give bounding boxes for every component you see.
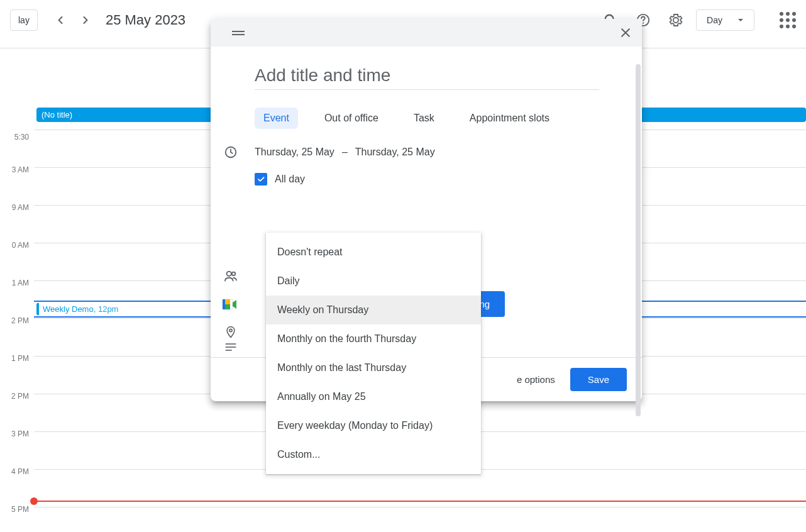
- svg-point-13: [229, 329, 232, 331]
- guests-icon: [223, 269, 238, 284]
- time-label: 5 PM: [11, 505, 29, 514]
- tab-out-of-office[interactable]: Out of office: [316, 108, 387, 129]
- allday-checkbox[interactable]: [255, 173, 267, 186]
- event-title: Weekly Demo: [43, 304, 94, 314]
- clock-icon: [223, 145, 238, 160]
- dropdown-icon: [737, 17, 744, 23]
- chevron-right-icon: [79, 14, 92, 26]
- current-date: 25 May 2023: [106, 12, 185, 28]
- settings-button[interactable]: [663, 8, 688, 33]
- next-button[interactable]: [73, 8, 98, 33]
- start-date[interactable]: Thursday, 25 May: [255, 147, 334, 158]
- prev-button[interactable]: [48, 8, 73, 33]
- svg-rect-11: [225, 299, 230, 304]
- repeat-option-weekdays[interactable]: Every weekday (Monday to Friday): [266, 411, 481, 440]
- view-label: Day: [707, 15, 722, 25]
- repeat-option-daily[interactable]: Daily: [266, 267, 481, 296]
- end-date[interactable]: Thursday, 25 May: [355, 147, 435, 158]
- allday-label: All day: [275, 174, 305, 185]
- time-label: 2 PM: [11, 392, 29, 401]
- time-label: 3 PM: [11, 429, 29, 438]
- time-label: 4 PM: [11, 467, 29, 476]
- now-indicator: [34, 501, 806, 502]
- repeat-dropdown: Doesn't repeat Daily Weekly on Thursday …: [266, 233, 481, 474]
- time-label: 2 PM: [11, 316, 29, 325]
- more-options-button[interactable]: e options: [517, 374, 555, 385]
- location-icon: [223, 324, 238, 340]
- drag-handle-icon: [231, 29, 246, 36]
- chevron-left-icon: [54, 14, 67, 26]
- repeat-option-custom[interactable]: Custom...: [266, 440, 481, 469]
- today-button[interactable]: lay: [10, 9, 38, 31]
- tab-task[interactable]: Task: [405, 108, 443, 129]
- repeat-option-monthly-last[interactable]: Monthly on the last Thursday: [266, 353, 481, 382]
- time-label: 1 AM: [12, 279, 29, 287]
- date-separator: –: [342, 147, 348, 158]
- close-icon: [619, 26, 632, 39]
- time-label: 5:30: [14, 133, 29, 141]
- time-label: 1 PM: [11, 354, 29, 363]
- time-label: 0 AM: [12, 241, 29, 250]
- event-time: 12pm: [98, 304, 119, 314]
- meet-icon: [222, 297, 237, 312]
- event-type-tabs: Event Out of office Task Appointment slo…: [255, 108, 627, 129]
- repeat-option-annually[interactable]: Annually on May 25: [266, 382, 481, 411]
- modal-scrollbar[interactable]: [636, 64, 641, 416]
- svg-rect-12: [225, 304, 230, 309]
- svg-point-7: [227, 272, 231, 276]
- repeat-option-monthly-fourth[interactable]: Monthly on the fourth Thursday: [266, 324, 481, 353]
- close-button[interactable]: [619, 26, 632, 39]
- gear-icon: [668, 13, 683, 28]
- repeat-option-weekly[interactable]: Weekly on Thursday: [266, 296, 481, 324]
- check-icon: [257, 175, 265, 184]
- time-label: 3 AM: [12, 165, 29, 174]
- tab-appointment-slots[interactable]: Appointment slots: [461, 108, 558, 129]
- modal-header[interactable]: [211, 19, 642, 47]
- time-label: 9 AM: [12, 203, 29, 212]
- repeat-option-none[interactable]: Doesn't repeat: [266, 238, 481, 267]
- svg-point-8: [232, 272, 236, 276]
- time-column: 5:30 3 AM 9 AM 0 AM 1 AM 2 PM 1 PM 2 PM …: [0, 48, 34, 532]
- save-button[interactable]: Save: [570, 368, 627, 391]
- event-title-input[interactable]: [255, 62, 599, 90]
- view-selector[interactable]: Day: [696, 9, 754, 31]
- description-icon: [223, 340, 238, 355]
- apps-button[interactable]: [780, 12, 796, 28]
- tab-event[interactable]: Event: [255, 108, 298, 129]
- svg-point-3: [643, 22, 644, 23]
